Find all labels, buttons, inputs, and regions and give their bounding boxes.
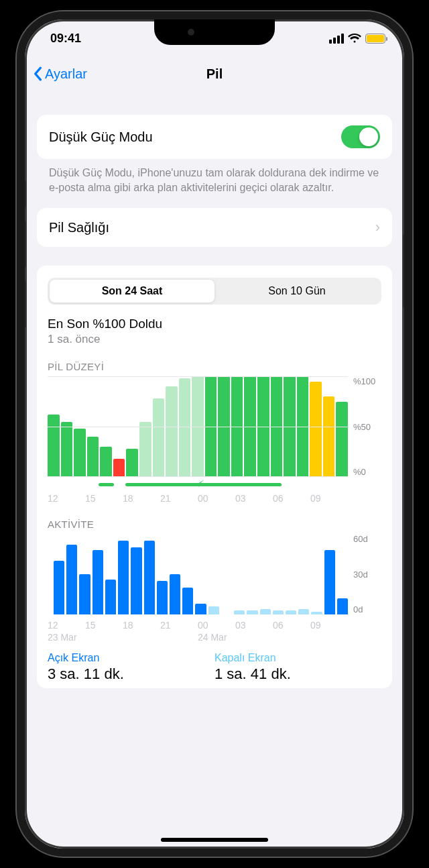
segment-24h[interactable]: Son 24 Saat: [50, 280, 214, 303]
device-notch: [154, 19, 275, 45]
level-bar: [87, 437, 99, 477]
y-tick: 0d: [353, 604, 381, 614]
level-bar: [48, 415, 60, 477]
x-tick: 06: [273, 620, 310, 631]
date-label: 24 Mar: [198, 632, 348, 643]
x-tick: 18: [123, 493, 160, 504]
x-tick: 00: [198, 620, 235, 631]
activity-bar: [170, 574, 180, 614]
x-tick: 03: [235, 493, 273, 504]
x-tick: 12: [48, 620, 85, 631]
back-label: Ayarlar: [45, 66, 87, 82]
status-time: 09:41: [50, 32, 81, 46]
y-tick: %0: [353, 467, 381, 477]
level-bar: [310, 382, 322, 478]
x-tick: 18: [123, 620, 160, 631]
date-label: 23 Mar: [48, 632, 198, 643]
last-charge-title: En Son %100 Doldu: [48, 317, 381, 331]
level-bar: [100, 447, 112, 477]
nav-bar: Ayarlar Pil: [25, 57, 404, 91]
level-bar: [323, 396, 335, 477]
battery-health-row[interactable]: Pil Sağlığı ›: [37, 208, 392, 247]
activity-bar: [273, 610, 284, 614]
activity-bar: [118, 541, 129, 614]
power-button: [403, 234, 407, 308]
chevron-right-icon: ›: [375, 219, 380, 236]
x-tick: 09: [310, 620, 348, 631]
wifi-icon: [348, 34, 361, 44]
activity-bar: [79, 574, 90, 614]
screen-off-label: Kapalı Ekran: [214, 652, 381, 664]
low-power-mode-label: Düşük Güç Modu: [49, 129, 153, 145]
level-bar: [153, 398, 165, 477]
cellular-icon: [329, 34, 344, 44]
activity-section-label: AKTİVİTE: [48, 519, 381, 530]
date-row: 23 Mar 24 Mar: [48, 632, 348, 643]
phone-frame: 09:41 Ayarlar Pil Düşük Güç Modu: [17, 11, 412, 857]
segment-10d[interactable]: Son 10 Gün: [214, 280, 379, 303]
activity-bar: [324, 550, 335, 614]
x-tick: 15: [85, 620, 123, 631]
activity-bar: [66, 545, 77, 614]
back-button[interactable]: Ayarlar: [33, 66, 87, 82]
level-x-axis: 1215182100030609: [48, 493, 348, 504]
activity-bar: [54, 561, 64, 614]
y-tick: %100: [353, 376, 381, 386]
chevron-left-icon: [33, 66, 42, 81]
usage-summary: Açık Ekran 3 sa. 11 dk. Kapalı Ekran 1 s…: [48, 652, 381, 688]
low-power-mode-desc: Düşük Güç Modu, iPhone'unuzu tam olarak …: [37, 159, 392, 195]
battery-level-chart: [48, 376, 348, 477]
x-tick: 21: [160, 493, 198, 504]
screen-off-value: 1 sa. 41 dk.: [214, 665, 381, 683]
x-tick: 00: [198, 493, 235, 504]
chart-card: Son 24 Saat Son 10 Gün En Son %100 Doldu…: [37, 266, 392, 688]
charging-indicator: ⚡︎: [48, 481, 348, 488]
x-tick: 12: [48, 493, 85, 504]
activity-x-axis: 1215182100030609: [48, 620, 348, 631]
y-tick: 60d: [353, 534, 381, 544]
activity-bar: [247, 610, 257, 614]
x-tick: 09: [310, 493, 348, 504]
level-bar: [336, 402, 348, 478]
x-tick: 15: [85, 493, 123, 504]
time-range-segment[interactable]: Son 24 Saat Son 10 Gün: [48, 278, 381, 305]
level-bar: [166, 386, 178, 477]
activity-bar: [105, 580, 116, 614]
low-power-mode-toggle[interactable]: [341, 125, 380, 148]
volume-down: [22, 281, 26, 328]
x-tick: 03: [235, 620, 273, 631]
level-bar: [179, 378, 191, 477]
level-section-label: PİL DÜZEYİ: [48, 361, 381, 372]
activity-bar: [195, 604, 206, 614]
activity-bar: [144, 541, 155, 614]
activity-bar: [260, 609, 271, 614]
mute-switch: [22, 180, 26, 207]
home-indicator[interactable]: [161, 838, 268, 842]
level-bar: [139, 422, 151, 478]
last-charge-sub: 1 sa. önce: [48, 333, 381, 346]
activity-bar: [234, 610, 245, 614]
activity-chart: [48, 534, 348, 614]
activity-bar: [157, 581, 168, 614]
x-tick: 06: [273, 493, 310, 504]
activity-bar: [93, 550, 103, 614]
level-bar: [74, 429, 86, 477]
screen-on-label: Açık Ekran: [48, 652, 214, 664]
level-bar: [126, 449, 138, 477]
level-bar: [61, 422, 73, 478]
battery-health-label: Pil Sağlığı: [49, 220, 109, 235]
activity-bar: [337, 598, 348, 614]
y-tick: %50: [353, 422, 381, 432]
activity-bar: [182, 588, 193, 614]
x-tick: 21: [160, 620, 198, 631]
activity-bar: [311, 612, 322, 614]
activity-bar: [298, 609, 309, 614]
activity-bar: [208, 606, 219, 614]
activity-bar: [131, 547, 141, 614]
low-power-mode-row[interactable]: Düşük Güç Modu: [37, 115, 392, 159]
level-bar: [113, 459, 125, 477]
activity-bar: [286, 610, 296, 614]
bolt-icon: ⚡︎: [198, 478, 204, 489]
screen-on-value: 3 sa. 11 dk.: [48, 665, 214, 683]
y-tick: 30d: [353, 569, 381, 580]
